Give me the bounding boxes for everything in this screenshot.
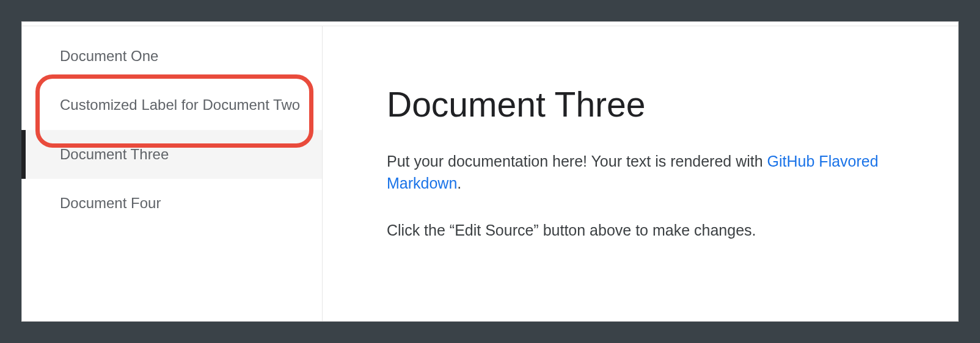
app-window: Document One Customized Label for Docume… xyxy=(21,21,959,322)
sidebar-item-label: Document Three xyxy=(60,146,169,162)
intro-text-after: . xyxy=(457,175,461,192)
instruction-paragraph: Click the “Edit Source” button above to … xyxy=(387,219,921,241)
content-area: Document Three Put your documentation he… xyxy=(323,26,958,321)
sidebar-item-document-four[interactable]: Document Four xyxy=(22,179,322,228)
sidebar-item-document-three[interactable]: Document Three xyxy=(22,130,322,179)
active-indicator xyxy=(21,130,26,179)
sidebar-item-label: Document One xyxy=(60,48,158,64)
top-strip xyxy=(22,22,958,26)
intro-text-before: Put your documentation here! Your text i… xyxy=(387,153,767,170)
sidebar-item-label: Customized Label for Document Two xyxy=(60,96,300,113)
sidebar-item-document-one[interactable]: Document One xyxy=(22,32,322,81)
page-title: Document Three xyxy=(387,84,921,125)
sidebar-item-document-two[interactable]: Customized Label for Document Two xyxy=(22,81,322,129)
sidebar-item-label: Document Four xyxy=(60,195,161,211)
body-row: Document One Customized Label for Docume… xyxy=(22,26,958,321)
sidebar: Document One Customized Label for Docume… xyxy=(22,26,323,321)
intro-paragraph: Put your documentation here! Your text i… xyxy=(387,150,921,195)
